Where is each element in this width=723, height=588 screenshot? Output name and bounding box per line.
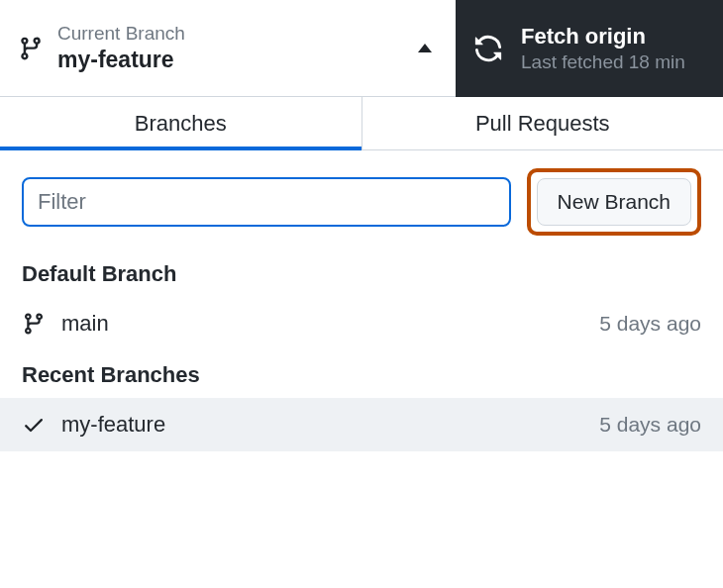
tab-branches[interactable]: Branches <box>0 97 362 149</box>
tab-pull-requests-label: Pull Requests <box>475 111 610 137</box>
sync-icon <box>473 34 503 63</box>
filter-input[interactable] <box>22 177 511 227</box>
fetch-subtitle: Last fetched 18 min <box>521 51 685 73</box>
fetch-title: Fetch origin <box>521 24 685 49</box>
branch-time: 5 days ago <box>599 312 701 336</box>
branch-name: my-feature <box>61 412 599 438</box>
check-icon <box>22 413 52 437</box>
default-branch-heading: Default Branch <box>0 249 723 297</box>
fetch-origin-button[interactable]: Fetch origin Last fetched 18 min <box>456 0 723 97</box>
tab-branches-label: Branches <box>135 111 227 137</box>
branch-name: main <box>61 311 599 337</box>
branch-row-recent[interactable]: my-feature 5 days ago <box>0 398 723 451</box>
git-branch-icon <box>22 311 52 337</box>
caret-up-icon <box>418 44 432 52</box>
current-branch-selector[interactable]: Current Branch my-feature <box>0 0 456 97</box>
branch-time: 5 days ago <box>599 413 701 437</box>
branch-row-default[interactable]: main 5 days ago <box>0 297 723 350</box>
current-branch-name: my-feature <box>57 47 418 73</box>
git-branch-icon <box>18 35 44 62</box>
new-branch-label: New Branch <box>558 190 671 213</box>
recent-branches-heading: Recent Branches <box>0 350 723 398</box>
current-branch-label: Current Branch <box>57 23 418 45</box>
new-branch-button[interactable]: New Branch <box>537 178 691 226</box>
tab-pull-requests[interactable]: Pull Requests <box>362 97 724 149</box>
new-branch-highlight: New Branch <box>527 168 701 236</box>
